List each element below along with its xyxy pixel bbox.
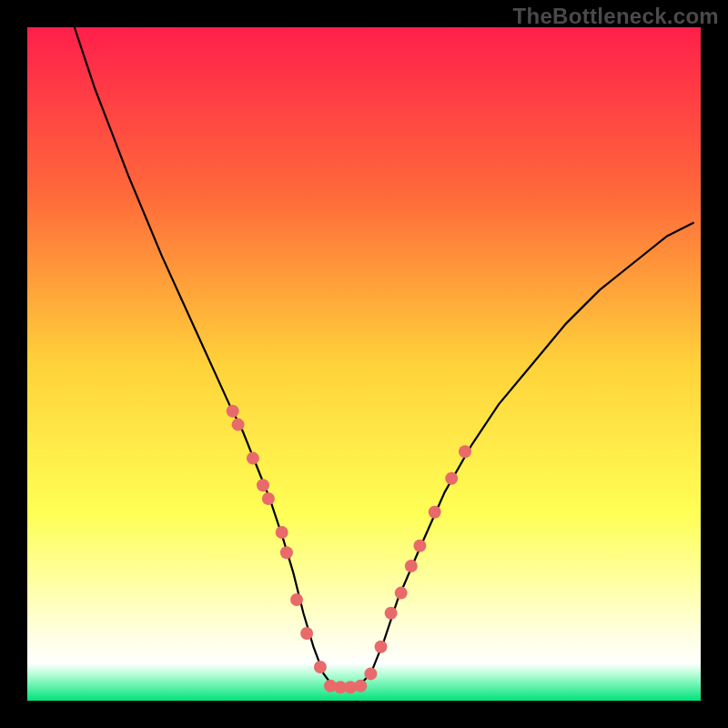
data-marker: [262, 492, 275, 505]
data-marker: [375, 641, 388, 653]
watermark-text: TheBottleneck.com: [513, 4, 719, 29]
data-marker: [413, 540, 426, 552]
chart-svg: [27, 27, 701, 701]
plot-area: [27, 27, 701, 701]
data-marker: [459, 445, 471, 458]
data-marker: [395, 587, 408, 600]
data-marker: [405, 560, 418, 572]
data-marker: [385, 607, 398, 620]
data-marker: [429, 506, 441, 519]
chart-background: [27, 27, 701, 701]
data-marker: [280, 546, 293, 559]
data-marker: [227, 405, 239, 418]
data-marker: [314, 661, 327, 673]
data-marker: [290, 593, 303, 606]
data-marker: [445, 472, 458, 485]
data-marker: [257, 479, 269, 491]
chart-frame: TheBottleneck.com: [0, 0, 728, 728]
data-marker: [300, 627, 313, 640]
data-marker: [354, 680, 367, 693]
data-marker: [276, 526, 288, 539]
data-marker: [232, 419, 245, 431]
data-marker: [364, 667, 377, 680]
data-marker: [247, 452, 259, 465]
